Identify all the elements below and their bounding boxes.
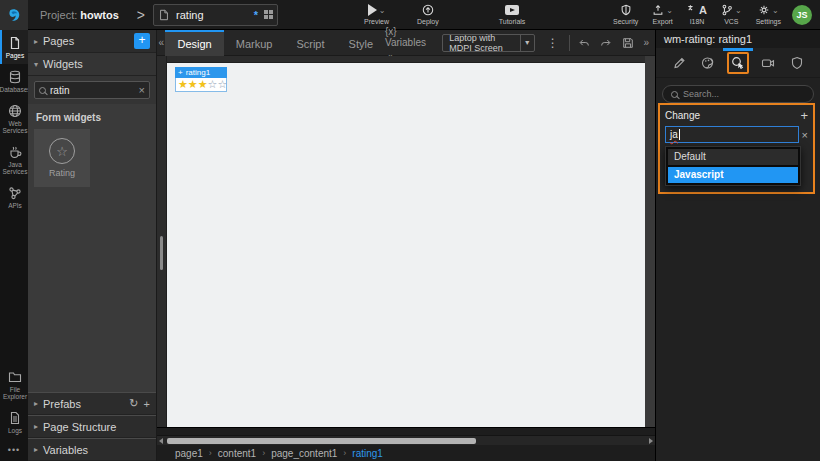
preview-chevron-icon[interactable]: ⌄ bbox=[379, 6, 386, 15]
widget-search-input[interactable] bbox=[50, 85, 135, 96]
rail-item-pages[interactable]: Pages bbox=[0, 30, 28, 64]
deploy-button[interactable]: Deploy bbox=[417, 4, 439, 25]
globe-icon bbox=[8, 104, 22, 118]
vcs-label: VCS bbox=[724, 18, 738, 25]
settings-label: Settings bbox=[756, 18, 781, 25]
user-avatar[interactable]: JS bbox=[792, 5, 812, 25]
vcs-chevron-icon: ⌄ bbox=[735, 6, 742, 15]
rating-star-icon: ☆ bbox=[49, 138, 75, 164]
widget-breadcrumb: page1 › content1 › page_content1 › ratin… bbox=[157, 445, 655, 461]
tutorials-button[interactable]: Tutorials bbox=[499, 4, 526, 25]
properties-search-box[interactable] bbox=[662, 85, 814, 103]
breadcrumb-separator: › bbox=[343, 448, 346, 458]
breadcrumb-page-content1[interactable]: page_content1 bbox=[271, 448, 337, 459]
rail-apis-label: APIs bbox=[8, 202, 22, 209]
scrollbar-thumb[interactable] bbox=[167, 438, 476, 444]
tab-script[interactable]: Script bbox=[284, 30, 336, 56]
redo-button[interactable] bbox=[600, 37, 612, 49]
preview-icon: ⌄ bbox=[368, 4, 386, 16]
preview-button[interactable]: ⌄ Preview bbox=[364, 4, 389, 25]
dropdown-option-default[interactable]: Default bbox=[668, 149, 798, 165]
breadcrumb-rating1[interactable]: rating1 bbox=[352, 448, 383, 459]
collapse-left-panel-button[interactable]: « bbox=[157, 37, 165, 48]
tutorials-label: Tutorials bbox=[499, 18, 526, 25]
breadcrumb-content1[interactable]: content1 bbox=[218, 448, 256, 459]
tab-security[interactable] bbox=[782, 48, 812, 78]
editor-toolbar: « Design Markup Script Style {x} Variabl… bbox=[157, 30, 655, 56]
variables-button[interactable]: {x} Variables ⌄ bbox=[385, 26, 432, 59]
rail-more-button[interactable]: ••• bbox=[0, 439, 28, 461]
save-button[interactable] bbox=[622, 37, 634, 49]
refresh-prefabs-icon[interactable]: ↻ bbox=[129, 397, 138, 410]
design-canvas[interactable]: + rating1 ★★★☆☆ bbox=[167, 63, 645, 427]
vertical-ruler bbox=[157, 56, 167, 427]
dropdown-option-javascript[interactable]: Javascript bbox=[668, 167, 798, 183]
add-page-button[interactable]: + bbox=[134, 33, 150, 49]
pages-accordion-header[interactable]: ▸ Pages + bbox=[28, 30, 156, 53]
redo-icon bbox=[600, 37, 612, 49]
page-structure-accordion-header[interactable]: ▸ Page Structure bbox=[28, 415, 156, 438]
wavemaker-logo[interactable] bbox=[0, 0, 28, 30]
variables-accordion-header[interactable]: ▸ Variables bbox=[28, 438, 156, 461]
tab-properties[interactable] bbox=[664, 48, 694, 78]
clear-search-icon[interactable]: × bbox=[139, 84, 145, 96]
expand-panel-button[interactable]: » bbox=[643, 37, 649, 48]
pencil-icon bbox=[672, 56, 686, 70]
widget-search-box[interactable]: × bbox=[34, 81, 150, 99]
wavemaker-logo-icon bbox=[7, 8, 21, 22]
rail-item-databases[interactable]: Databases bbox=[0, 64, 28, 98]
prefabs-accordion-header[interactable]: ▸ Prefabs ↻ + bbox=[28, 392, 156, 415]
change-event-input-value: ja bbox=[670, 129, 680, 140]
clear-change-input-icon[interactable]: × bbox=[802, 129, 808, 141]
device-select[interactable]: Laptop with MDPI Screen ▼ bbox=[442, 34, 534, 52]
tab-events[interactable] bbox=[723, 48, 753, 78]
security-button[interactable]: Security bbox=[613, 4, 638, 25]
rating1-selection-label[interactable]: + rating1 bbox=[175, 67, 227, 78]
widgets-expander-icon[interactable]: ▾ bbox=[34, 60, 38, 69]
scroll-left-arrow-icon[interactable] bbox=[159, 438, 163, 444]
page-selector[interactable]: rating * bbox=[153, 4, 278, 26]
project-breadcrumb: Project: howtos bbox=[40, 9, 119, 21]
rating-widget-label: Rating bbox=[49, 168, 75, 178]
rail-item-file-explorer[interactable]: File Explorer bbox=[0, 364, 28, 405]
ruler-handle[interactable] bbox=[160, 236, 163, 270]
rail-item-logs[interactable]: Logs bbox=[0, 405, 28, 439]
tab-design[interactable]: Design bbox=[165, 30, 223, 56]
variables-expander-icon[interactable]: ▸ bbox=[34, 445, 38, 454]
settings-button[interactable]: ⌄ Settings bbox=[756, 4, 781, 25]
rating1-widget[interactable]: + rating1 ★★★☆☆ bbox=[175, 67, 227, 92]
undo-button[interactable] bbox=[578, 37, 590, 49]
add-change-action-button[interactable]: + bbox=[800, 111, 808, 121]
rating1-stars[interactable]: ★★★☆☆ bbox=[175, 78, 227, 92]
rail-java-services-label: Java Services bbox=[2, 161, 28, 175]
i18n-icon: A bbox=[687, 4, 707, 16]
tab-style[interactable]: Style bbox=[337, 30, 385, 56]
prefabs-expander-icon[interactable]: ▸ bbox=[34, 399, 38, 408]
export-button[interactable]: ⌄ Export bbox=[652, 4, 673, 25]
style-palette-icon bbox=[701, 56, 715, 70]
vcs-button[interactable]: ⌄ VCS bbox=[721, 4, 742, 25]
rail-item-java-services[interactable]: Java Services bbox=[0, 139, 28, 180]
tab-markup[interactable]: Markup bbox=[224, 30, 285, 56]
breadcrumb-page1[interactable]: page1 bbox=[175, 448, 203, 459]
breadcrumb-separator: › bbox=[209, 448, 212, 458]
change-event-input[interactable]: ja bbox=[665, 126, 799, 143]
rail-item-web-services[interactable]: Web Services bbox=[0, 98, 28, 139]
canvas-menu-button[interactable]: ⋮ bbox=[547, 36, 559, 50]
tab-device[interactable] bbox=[753, 48, 783, 78]
tab-styles[interactable] bbox=[694, 48, 724, 78]
widget-search-wrap: × bbox=[28, 76, 156, 104]
properties-search-input[interactable] bbox=[683, 89, 805, 99]
rail-item-apis[interactable]: APIs bbox=[0, 180, 28, 214]
page-structure-expander-icon[interactable]: ▸ bbox=[34, 422, 38, 431]
pages-grid-icon[interactable] bbox=[264, 10, 273, 19]
scroll-right-arrow-icon[interactable] bbox=[649, 438, 653, 444]
i18n-label: I18N bbox=[690, 18, 705, 25]
horizontal-scrollbar[interactable] bbox=[157, 435, 655, 445]
widgets-accordion-header[interactable]: ▾ Widgets bbox=[28, 53, 156, 76]
change-event-section: Change + ja × Default Javascript bbox=[658, 103, 815, 194]
add-prefab-icon[interactable]: + bbox=[144, 398, 150, 410]
pages-expander-icon[interactable]: ▸ bbox=[34, 37, 38, 46]
i18n-button[interactable]: A I18N bbox=[687, 4, 707, 25]
rating-widget-tile[interactable]: ☆ Rating bbox=[34, 129, 90, 187]
